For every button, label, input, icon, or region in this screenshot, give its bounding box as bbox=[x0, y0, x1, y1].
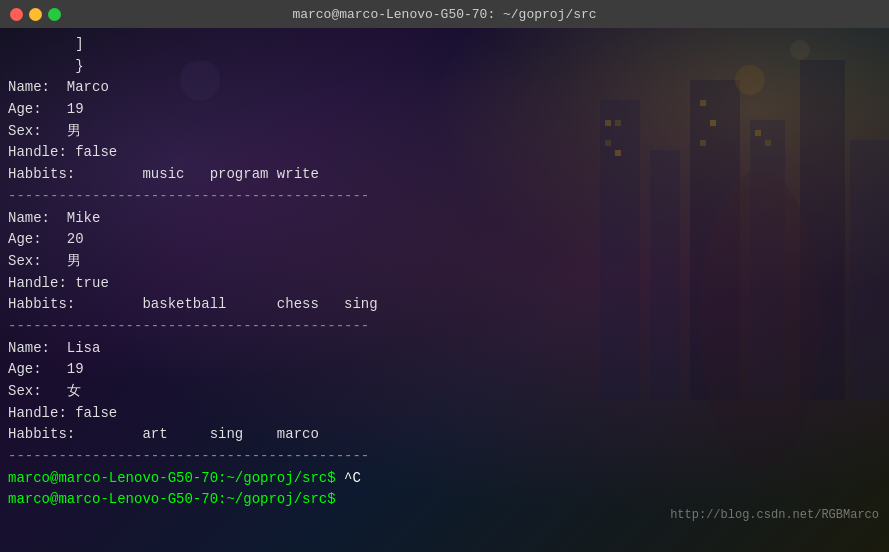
terminal-line-mike-name: Name: Mike bbox=[8, 208, 881, 230]
minimize-button[interactable] bbox=[29, 8, 42, 21]
terminal-line-brace-close: } bbox=[8, 56, 881, 78]
terminal-prompt-prompt1: marco@marco-Lenovo-G50-70:~/goproj/src$ … bbox=[8, 468, 881, 490]
watermark: http://blog.csdn.net/RGBMarco bbox=[670, 508, 879, 522]
terminal-line-lisa-handle: Handle: false bbox=[8, 403, 881, 425]
titlebar: marco@marco-Lenovo-G50-70: ~/goproj/src bbox=[0, 0, 889, 28]
prompt-label: marco@marco-Lenovo-G50-70:~/goproj/src$ bbox=[8, 491, 336, 507]
terminal-line-marco-sex: Sex: 男 bbox=[8, 121, 881, 143]
terminal-line-mike-handle: Handle: true bbox=[8, 273, 881, 295]
terminal-content: ] }Name: MarcoAge: 19Sex: 男Handle: false… bbox=[0, 28, 889, 552]
window-title: marco@marco-Lenovo-G50-70: ~/goproj/src bbox=[292, 7, 596, 22]
window-controls bbox=[10, 8, 61, 21]
close-button[interactable] bbox=[10, 8, 23, 21]
terminal-line-marco-handle: Handle: false bbox=[8, 142, 881, 164]
terminal-line-lisa-name: Name: Lisa bbox=[8, 338, 881, 360]
terminal-line-marco-habbits: Habbits: music program write bbox=[8, 164, 881, 186]
terminal-line-lisa-age: Age: 19 bbox=[8, 359, 881, 381]
prompt-label: marco@marco-Lenovo-G50-70:~/goproj/src$ bbox=[8, 470, 336, 486]
terminal-line-mike-habbits: Habbits: basketball chess sing bbox=[8, 294, 881, 316]
terminal-line-marco-age: Age: 19 bbox=[8, 99, 881, 121]
terminal-line-sep3: ----------------------------------------… bbox=[8, 446, 881, 468]
terminal-line-lisa-habbits: Habbits: art sing marco bbox=[8, 424, 881, 446]
terminal-line-sep2: ----------------------------------------… bbox=[8, 316, 881, 338]
terminal-line-mike-age: Age: 20 bbox=[8, 229, 881, 251]
terminal-line-mike-sex: Sex: 男 bbox=[8, 251, 881, 273]
terminal-line-bracket-close: ] bbox=[8, 34, 881, 56]
terminal-output: ] }Name: MarcoAge: 19Sex: 男Handle: false… bbox=[8, 34, 881, 468]
terminal-line-lisa-sex: Sex: 女 bbox=[8, 381, 881, 403]
terminal-line-marco-name: Name: Marco bbox=[8, 77, 881, 99]
terminal-prompts: marco@marco-Lenovo-G50-70:~/goproj/src$ … bbox=[8, 468, 881, 511]
prompt-command: ^C bbox=[336, 470, 361, 486]
prompt-command bbox=[336, 491, 344, 507]
terminal-line-sep1: ----------------------------------------… bbox=[8, 186, 881, 208]
maximize-button[interactable] bbox=[48, 8, 61, 21]
